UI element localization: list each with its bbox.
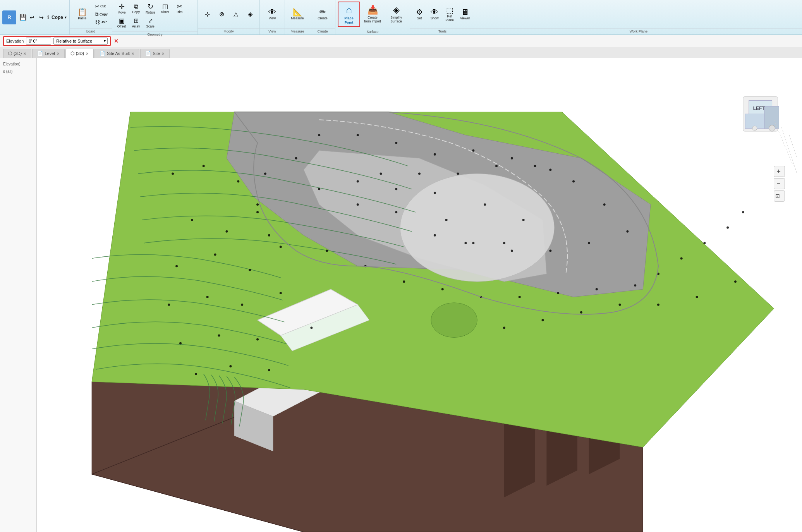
tab-site-close[interactable]: ✕ <box>161 51 165 56</box>
app-menu-button[interactable]: R <box>2 10 16 24</box>
svg-point-45 <box>418 173 421 175</box>
svg-point-6 <box>175 265 178 267</box>
svg-point-3 <box>191 219 193 221</box>
ribbon-group-surface: ⌂ PlacePoint 📥 Createfrom Import ◈ Simpl… <box>335 0 410 34</box>
tab-site[interactable]: 📄 Site ✕ <box>140 49 170 58</box>
svg-point-26 <box>511 157 513 160</box>
tab-level-close[interactable]: ✕ <box>57 51 60 56</box>
tab-3d-active[interactable]: ⬡ (3D) ✕ <box>65 49 94 58</box>
svg-point-17 <box>310 327 313 329</box>
svg-point-55 <box>634 284 636 287</box>
svg-point-32 <box>357 203 359 206</box>
viewer-button[interactable]: 🖥Viewer <box>458 7 472 22</box>
show-button[interactable]: 👁Show <box>428 7 441 22</box>
tab-3d-bracket[interactable]: ⬡ {3D} ✕ <box>3 49 31 58</box>
copy-geom-button[interactable]: ⧉Copy <box>129 2 143 15</box>
cut-button[interactable]: ✂Cut <box>93 3 110 10</box>
svg-point-63 <box>522 219 525 221</box>
vegetation-patch <box>431 303 477 338</box>
rotate-button[interactable]: ↻Rotate <box>143 2 158 16</box>
svg-point-1 <box>203 165 205 167</box>
tab-3d-bracket-icon: ⬡ <box>8 51 12 56</box>
modify-btn2[interactable]: ⊗ <box>215 10 228 19</box>
modify-btn3[interactable]: △ <box>229 10 243 19</box>
elevation-input[interactable] <box>26 38 51 45</box>
tab-3d-active-label: (3D) <box>76 51 84 56</box>
scale-button[interactable]: ⤢Scale <box>143 16 157 30</box>
create-from-import-button[interactable]: 📥 Createfrom Import <box>361 3 384 25</box>
measure-button[interactable]: 📐Measure <box>287 6 307 22</box>
cancel-x-button[interactable]: ✕ <box>114 38 118 44</box>
simplify-surface-label: SimplifySurface <box>390 15 402 23</box>
dropdown-arrow[interactable]: ▾ <box>65 15 67 19</box>
svg-point-41 <box>572 180 575 182</box>
simplify-surface-button[interactable]: ◈ SimplifySurface <box>385 3 407 25</box>
svg-point-27 <box>549 169 551 171</box>
svg-point-64 <box>503 242 505 244</box>
tab-3d-active-close[interactable]: ✕ <box>86 51 89 56</box>
svg-point-75 <box>256 203 259 206</box>
place-point-icon: ⌂ <box>346 4 352 16</box>
mirror-button[interactable]: ◫Mirror <box>158 2 172 15</box>
svg-point-7 <box>214 254 216 256</box>
tab-site-asbuilt-close[interactable]: ✕ <box>131 51 134 56</box>
place-point-button[interactable]: ⌂ PlacePoint <box>338 2 360 27</box>
svg-point-10 <box>168 304 170 306</box>
svg-point-68 <box>580 311 582 314</box>
view-button[interactable]: 👁View <box>262 6 282 22</box>
tab-site-icon: 📄 <box>145 51 151 56</box>
relative-to-surface-select[interactable]: Relative to Surface Absolute Elevation R… <box>53 38 108 45</box>
svg-point-52 <box>519 296 521 298</box>
svg-point-74 <box>264 173 266 175</box>
svg-point-16 <box>256 338 259 340</box>
join-button[interactable]: ⛓Join <box>93 19 110 26</box>
ribbon-group-clipboard: 📋 Paste ✂Cut ⧉Copy ⛓Join board <box>70 0 112 34</box>
tab-level-label: Level <box>45 51 55 56</box>
relative-to-surface-select-wrap: Relative to Surface Absolute Elevation R… <box>53 38 108 45</box>
array-button[interactable]: ⊞Array <box>129 16 143 30</box>
modify-btn1[interactable]: ⊹ <box>200 10 214 19</box>
ribbon: R 💾 ↩ ↪ ℹ Cope ▾ 📋 Paste ✂Cut ⧉Copy ⛓Joi… <box>0 0 802 47</box>
offset-button[interactable]: ▣Offset <box>115 16 129 30</box>
svg-text:−: − <box>776 180 780 187</box>
modify-btn4[interactable]: ◈ <box>243 10 257 19</box>
svg-point-8 <box>249 269 251 271</box>
place-point-label: PlacePoint <box>344 16 354 25</box>
save-button[interactable]: 💾 <box>19 13 27 22</box>
elevation-options-highlight: Elevation Relative to Surface Absolute E… <box>3 36 111 46</box>
create-button[interactable]: ✏Create <box>313 6 333 22</box>
set-button[interactable]: ⚙Set <box>412 7 426 22</box>
redo-button[interactable]: ↪ <box>37 13 46 22</box>
viewport[interactable]: LEFT + − ⊡ <box>37 58 802 532</box>
svg-point-60 <box>742 211 744 213</box>
elevation-label: Elevation <box>6 39 24 43</box>
paste-button[interactable]: 📋 Paste <box>72 6 92 22</box>
tab-3d-bracket-close[interactable]: ✕ <box>23 51 26 56</box>
copy-button[interactable]: ⧉Copy <box>93 10 110 18</box>
trim-button[interactable]: ✂Trim <box>172 2 186 15</box>
terrain-svg: LEFT + − ⊡ <box>37 58 802 532</box>
measure-label: Measure <box>285 28 310 34</box>
svg-point-36 <box>511 250 513 252</box>
svg-point-66 <box>503 327 505 329</box>
tab-site-asbuilt[interactable]: 📄 Site As-Built ✕ <box>94 49 139 58</box>
zoom-controls-svg[interactable]: + − ⊡ <box>774 166 785 202</box>
svg-point-72 <box>734 280 737 283</box>
ref-plane-button[interactable]: ⬚RefPlane <box>443 5 457 24</box>
move-button[interactable]: ✛Move <box>115 2 129 16</box>
tab-level-icon: 📄 <box>37 51 43 56</box>
svg-point-61 <box>445 219 448 221</box>
nav-cube[interactable]: LEFT <box>743 97 779 132</box>
ribbon-group-geometry: ✛Move ⧉Copy ↻Rotate ◫Mirror ✂Trim ▣Offse… <box>112 0 198 34</box>
svg-point-59 <box>726 227 729 229</box>
svg-point-5 <box>256 211 259 213</box>
svg-point-24 <box>434 153 436 156</box>
main-area: Elevation) s (all) <box>0 58 802 532</box>
undo-button[interactable]: ↩ <box>28 13 36 22</box>
tab-level[interactable]: 📄 Level ✕ <box>32 49 64 58</box>
quick-access-toolbar: R 💾 ↩ ↪ ℹ Cope ▾ <box>0 0 70 34</box>
svg-point-54 <box>596 288 598 290</box>
simplify-surface-icon: ◈ <box>393 5 400 15</box>
svg-point-9 <box>280 246 282 248</box>
svg-point-23 <box>395 142 397 144</box>
